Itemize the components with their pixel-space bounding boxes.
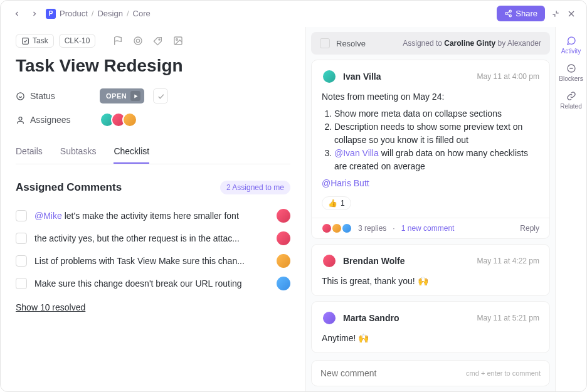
task-id-pill[interactable]: CLK-10: [59, 34, 96, 48]
comment-body: This is great, thank you! 🙌: [322, 275, 539, 288]
svg-point-7: [137, 39, 140, 42]
comment-text: @Mike let's make the activity items here…: [34, 211, 269, 221]
svg-marker-12: [134, 94, 137, 98]
assigned-comment-row[interactable]: the activity yes, but the other request …: [16, 227, 290, 250]
flag-icon[interactable]: [110, 33, 125, 48]
image-icon[interactable]: [171, 33, 186, 48]
topbar: P Product / Design / Core Share: [1, 1, 586, 27]
resolve-bar: Resolve Assigned to Caroline Ginty by Al…: [311, 32, 550, 55]
comment-author: Marta Sandro: [343, 313, 399, 323]
assignees-label: Assignees: [16, 115, 91, 125]
assigned-comment-row[interactable]: List of problems with Task View Make sur…: [16, 250, 290, 272]
comment-time: May 11 at 4:00 pm: [477, 72, 539, 81]
avatar: [277, 254, 290, 268]
avatar: [322, 253, 337, 268]
assignee-avatars[interactable]: [100, 112, 137, 127]
composer-hint: cmd + enter to comment: [466, 369, 541, 377]
svg-point-10: [176, 39, 178, 41]
play-icon: [130, 91, 140, 101]
avatar: [332, 223, 342, 233]
avatar: [342, 223, 352, 233]
assigned-comment-row[interactable]: Make sure this change doesn't break our …: [16, 272, 290, 295]
reply-button[interactable]: Reply: [520, 224, 539, 233]
checkbox[interactable]: [16, 210, 27, 221]
breadcrumb: P Product / Design / Core: [46, 9, 151, 19]
close-icon[interactable]: [566, 9, 576, 19]
comment-body: Notes from meeting on May 24: Show more …: [322, 90, 539, 190]
assigned-comment-row[interactable]: @Mike let's make the activity items here…: [16, 204, 290, 227]
comment-body: Anytime! 🙌: [322, 332, 539, 345]
checkbox[interactable]: [16, 255, 27, 267]
comment-text: List of problems with Task View Make sur…: [34, 256, 269, 266]
svg-point-6: [134, 37, 142, 45]
nav-back-button[interactable]: [11, 8, 23, 20]
comment-thread: Marta Sandro May 11 at 5:21 pm Anytime! …: [311, 301, 550, 353]
resolve-checkbox[interactable]: [320, 38, 330, 48]
avatar: [277, 231, 290, 245]
tab-details[interactable]: Details: [16, 140, 43, 164]
sprint-icon[interactable]: [130, 33, 145, 48]
svg-point-1: [505, 13, 507, 14]
reaction-button[interactable]: 👍 1: [322, 196, 351, 210]
share-button[interactable]: Share: [497, 6, 545, 21]
avatar: [322, 223, 332, 233]
comment-input[interactable]: [320, 368, 466, 378]
comment-composer[interactable]: cmd + enter to comment: [311, 360, 550, 386]
avatar: [322, 69, 337, 84]
replies-count[interactable]: 3 replies: [358, 224, 386, 233]
breadcrumb-item[interactable]: Product: [60, 9, 88, 18]
thread-footer: 3 replies · 1 new comment Reply: [312, 218, 549, 238]
status-label: Status: [16, 91, 91, 101]
task-type-pill[interactable]: Task: [16, 34, 54, 48]
comment-time: May 11 at 5:21 pm: [477, 314, 539, 322]
comment-text: the activity yes, but the other request …: [34, 233, 269, 243]
comment-time: May 11 at 4:22 pm: [477, 257, 539, 265]
avatar: [277, 209, 290, 223]
checkbox[interactable]: [16, 278, 27, 289]
complete-checkbox[interactable]: [153, 88, 168, 103]
svg-point-2: [509, 15, 511, 17]
show-resolved-link[interactable]: Show 10 resolved: [16, 302, 85, 312]
comment-author: Ivan Villa: [343, 72, 381, 82]
svg-rect-5: [23, 38, 29, 44]
resolve-label: Resolve: [336, 39, 366, 48]
assigned-info: Assigned to Caroline Ginty by Alexander: [403, 39, 541, 48]
breadcrumb-item[interactable]: Core: [133, 9, 151, 18]
minimize-icon[interactable]: [551, 9, 560, 18]
comment-thread: Brendan Wolfe May 11 at 4:22 pm This is …: [311, 244, 550, 296]
comment-thread: Ivan Villa May 11 at 4:00 pm Notes from …: [311, 60, 550, 239]
breadcrumb-item[interactable]: Design: [97, 9, 122, 18]
avatar: [122, 112, 137, 127]
space-icon: P: [46, 9, 56, 19]
assigned-to-me-badge[interactable]: 2 Assigned to me: [220, 181, 290, 194]
tabs: Details Subtasks Checklist: [16, 140, 290, 164]
main-panel: Task CLK-10 Task View Redesign Status OP…: [1, 27, 305, 391]
status-pill[interactable]: OPEN: [100, 88, 144, 103]
tab-subtasks[interactable]: Subtasks: [60, 140, 97, 164]
page-title: Task View Redesign: [16, 56, 290, 76]
svg-point-11: [17, 92, 24, 99]
tag-icon[interactable]: [151, 33, 166, 48]
avatar: [277, 277, 290, 290]
comment-author: Brendan Wolfe: [343, 256, 405, 266]
svg-point-0: [509, 10, 511, 12]
rail-related[interactable]: Related: [556, 91, 586, 110]
svg-point-13: [19, 117, 22, 120]
assigned-comments-heading: Assigned Comments: [16, 181, 122, 194]
new-comment-badge[interactable]: 1 new comment: [401, 224, 455, 233]
right-rail: Activity Blockers Related: [555, 27, 586, 391]
nav-forward-button[interactable]: [28, 8, 41, 20]
comment-text: Make sure this change doesn't break our …: [34, 278, 269, 289]
rail-activity[interactable]: Activity: [556, 36, 586, 55]
rail-blockers[interactable]: Blockers: [556, 63, 586, 82]
tab-checklist[interactable]: Checklist: [114, 140, 149, 164]
svg-point-8: [159, 39, 160, 40]
avatar: [322, 310, 337, 326]
activity-panel: Resolve Assigned to Caroline Ginty by Al…: [305, 27, 555, 391]
checkbox[interactable]: [16, 233, 27, 244]
